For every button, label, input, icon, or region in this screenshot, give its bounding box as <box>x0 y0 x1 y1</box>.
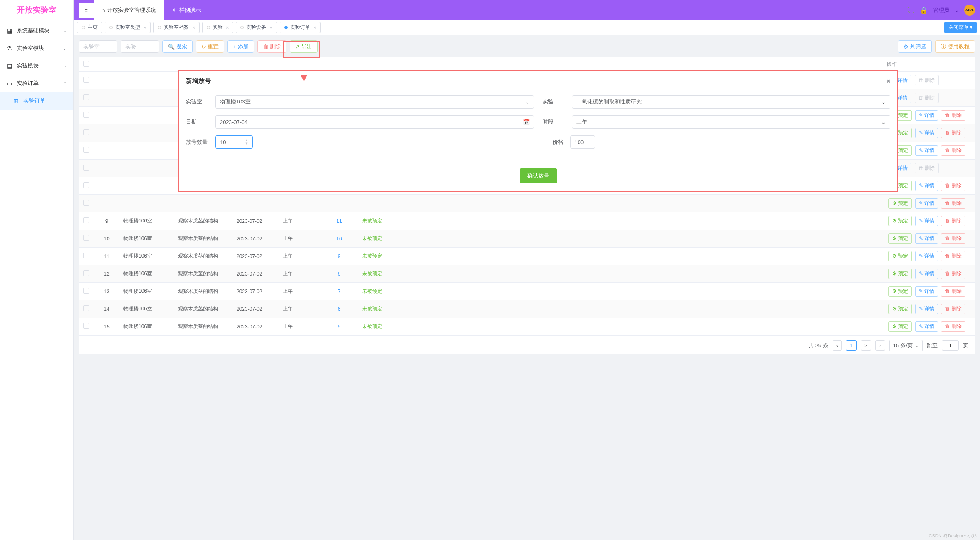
checkbox[interactable] <box>83 77 89 83</box>
next-page[interactable]: › <box>875 340 885 351</box>
export-button[interactable]: ↗导出 <box>290 40 318 53</box>
prev-page[interactable]: ‹ <box>833 340 842 351</box>
detail-button[interactable]: ✎ 详情 <box>915 128 938 138</box>
checkbox[interactable] <box>83 147 89 153</box>
detail-button[interactable]: ✎ 详情 <box>915 286 938 297</box>
tab-home[interactable]: 主页 <box>77 22 102 33</box>
detail-button[interactable]: ✎ 详情 <box>915 216 938 226</box>
chevron-down-icon[interactable]: ⌄ <box>954 7 959 13</box>
tab-order[interactable]: 实验订单× <box>280 22 321 33</box>
delete-button[interactable]: 🗑 删除 <box>941 216 965 226</box>
page-2[interactable]: 2 <box>861 340 871 351</box>
lab-input[interactable] <box>79 40 117 53</box>
sidebar-item-order[interactable]: ▭ 实验订单 ⌃ <box>0 75 73 92</box>
per-page-select[interactable]: 15 条/页 ⌄ <box>889 340 923 351</box>
detail-button[interactable]: ✎ 详情 <box>915 251 938 261</box>
reserve-button[interactable]: ⚙ 预定 <box>888 286 912 297</box>
delete-button[interactable]: 🗑 删除 <box>941 269 965 279</box>
price-input[interactable]: 100 <box>570 135 595 149</box>
close-icon[interactable]: × <box>144 25 146 30</box>
delete-button[interactable]: 🗑 删除 <box>941 251 965 261</box>
hamburger-icon[interactable]: ≡ <box>79 3 94 18</box>
delete-button[interactable]: 🗑 删除 <box>941 128 965 138</box>
reserve-button[interactable]: ⚙ 预定 <box>888 304 912 314</box>
detail-button[interactable]: ✎ 详情 <box>915 198 938 209</box>
tab-experiment[interactable]: 实验× <box>202 22 233 33</box>
checkbox[interactable] <box>83 182 89 188</box>
sidebar-item-experiment[interactable]: ▤ 实验模块 ⌄ <box>0 57 73 75</box>
exp-input[interactable] <box>121 40 159 53</box>
checkbox[interactable] <box>83 112 89 118</box>
close-icon[interactable]: × <box>887 78 890 85</box>
reserve-button[interactable]: ⚙ 预定 <box>888 216 912 226</box>
page-1[interactable]: 1 <box>846 340 857 351</box>
delete-button[interactable]: 🗑 删除 <box>941 110 965 121</box>
user-name[interactable]: 管理员 <box>933 6 949 14</box>
checkbox[interactable] <box>83 323 89 329</box>
delete-button[interactable]: 🗑 删除 <box>915 93 939 103</box>
delete-button[interactable]: 🗑 删除 <box>941 286 965 297</box>
tab-lab-archive[interactable]: 实验室档案× <box>153 22 199 33</box>
delete-button[interactable]: 🗑 删除 <box>941 304 965 314</box>
exp-select[interactable]: 二氧化碳的制取和性质研究⌄ <box>572 95 891 109</box>
checkbox[interactable] <box>83 165 89 171</box>
close-icon[interactable]: × <box>270 25 272 30</box>
sidebar-item-order-sub[interactable]: ⊞ 实验订单 <box>0 92 73 110</box>
reserve-button[interactable]: ⚙ 预定 <box>888 251 912 261</box>
detail-button[interactable]: ✎ 详情 <box>915 321 938 332</box>
checkbox[interactable] <box>83 200 89 206</box>
step-down-icon[interactable]: ▼ <box>245 142 248 145</box>
lab-select[interactable]: 物理楼103室⌄ <box>215 95 534 109</box>
detail-button[interactable]: ✎ 详情 <box>915 110 938 121</box>
checkbox[interactable] <box>83 235 89 241</box>
confirm-button[interactable]: 确认放号 <box>520 168 557 183</box>
search-button[interactable]: 🔍搜索 <box>162 40 193 53</box>
close-icon[interactable]: × <box>192 25 195 30</box>
close-icon[interactable]: × <box>226 25 229 30</box>
detail-button[interactable]: ✎ 详情 <box>915 145 938 156</box>
jump-input[interactable] <box>942 340 959 351</box>
add-button[interactable]: +添加 <box>227 40 254 53</box>
date-input[interactable]: 2023-07-04📅 <box>215 115 534 129</box>
detail-button[interactable]: ✎ 详情 <box>915 269 938 279</box>
reserve-button[interactable]: ⚙ 预定 <box>888 233 912 244</box>
delete-button[interactable]: 🗑删除 <box>257 40 286 53</box>
period-select[interactable]: 上午⌄ <box>572 115 891 129</box>
detail-button[interactable]: ✎ 详情 <box>915 181 938 191</box>
top-tab-demo[interactable]: ✧ 样例演示 <box>164 0 208 20</box>
reserve-button[interactable]: ⚙ 预定 <box>888 269 912 279</box>
checkbox[interactable] <box>83 288 89 294</box>
count-input[interactable]: 10 ▲▼ <box>215 135 253 149</box>
checkbox[interactable] <box>83 253 89 258</box>
checkbox[interactable] <box>83 94 89 100</box>
filter-button[interactable]: ⚙列筛选 <box>898 40 932 53</box>
sidebar-item-system[interactable]: ▦ 系统基础模块 ⌄ <box>0 22 73 39</box>
sidebar-item-lab[interactable]: ⚗ 实验室模块 ⌄ <box>0 39 73 57</box>
tutorial-button[interactable]: ⓘ使用教程 <box>935 40 975 53</box>
tab-lab-type[interactable]: 实验室类型× <box>105 22 151 33</box>
checkbox[interactable] <box>83 217 89 223</box>
delete-button[interactable]: 🗑 删除 <box>915 75 939 85</box>
delete-button[interactable]: 🗑 删除 <box>941 233 965 244</box>
delete-button[interactable]: 🗑 删除 <box>941 181 965 191</box>
checkbox[interactable] <box>83 305 89 311</box>
lock-icon[interactable]: 🔒 <box>920 6 928 14</box>
checkbox[interactable] <box>83 129 89 135</box>
top-tab-system[interactable]: ⌂ 开放实验室管理系统 <box>94 0 164 20</box>
fullscreen-icon[interactable]: ⛶ <box>908 6 915 14</box>
delete-button[interactable]: 🗑 删除 <box>941 198 965 209</box>
checkbox-all[interactable] <box>83 61 89 67</box>
reserve-button[interactable]: ⚙ 预定 <box>888 198 912 209</box>
delete-button[interactable]: 🗑 删除 <box>915 163 939 173</box>
checkbox[interactable] <box>83 270 89 276</box>
tab-equipment[interactable]: 实验设备× <box>236 22 277 33</box>
close-icon[interactable]: × <box>314 25 316 30</box>
close-menu-button[interactable]: 关闭菜单 ▾ <box>944 22 977 33</box>
list-icon: ▤ <box>7 62 13 69</box>
delete-button[interactable]: 🗑 删除 <box>941 321 965 332</box>
detail-button[interactable]: ✎ 详情 <box>915 304 938 314</box>
reset-button[interactable]: ↻重置 <box>196 40 224 53</box>
delete-button[interactable]: 🗑 删除 <box>941 145 965 156</box>
detail-button[interactable]: ✎ 详情 <box>915 233 938 244</box>
reserve-button[interactable]: ⚙ 预定 <box>888 321 912 332</box>
